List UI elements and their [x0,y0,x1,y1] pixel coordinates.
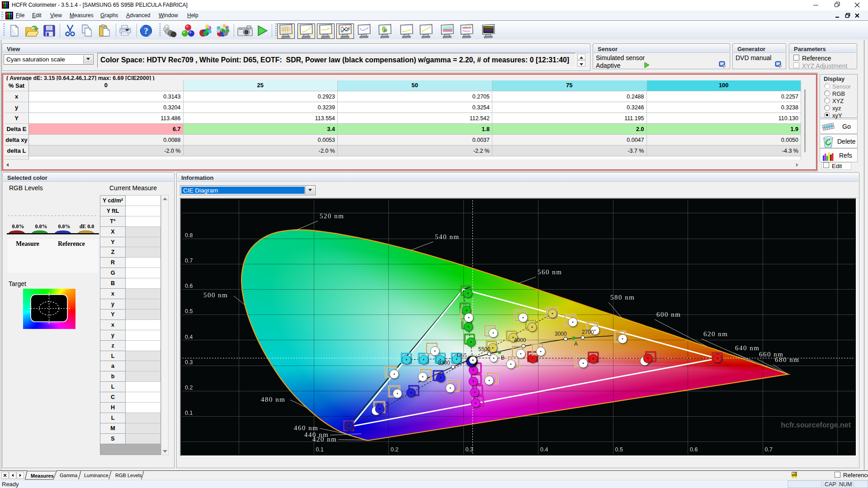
svg-text:?: ? [144,26,148,36]
svg-text:Measures: Measures [31,473,54,479]
svg-text:Luminance: Luminance [84,473,108,478]
svg-text:RGB Levels: RGB Levels [115,473,142,478]
svg-text:Gamma: Gamma [60,473,78,478]
